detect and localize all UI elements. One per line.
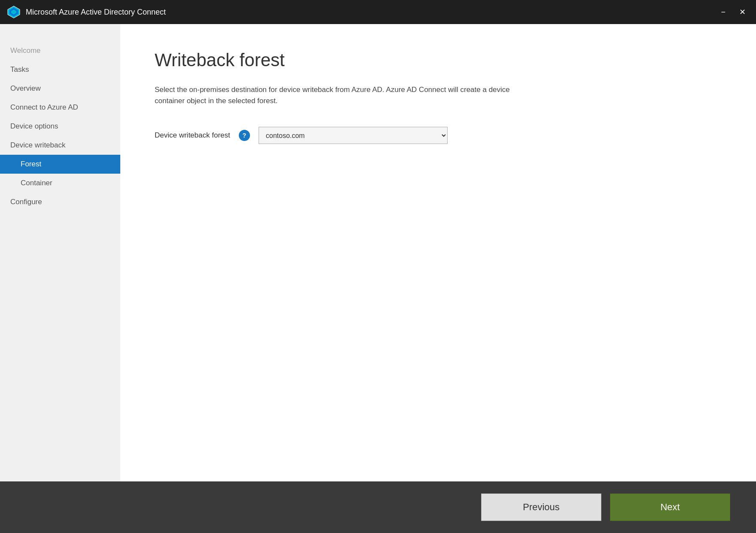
sidebar-item-configure[interactable]: Configure — [0, 193, 120, 211]
sidebar-item-welcome[interactable]: Welcome — [0, 41, 120, 60]
window-title: Microsoft Azure Active Directory Connect — [26, 8, 717, 17]
sidebar-item-device-writeback[interactable]: Device writeback — [0, 136, 120, 155]
sidebar-item-container[interactable]: Container — [0, 174, 120, 193]
sidebar: Welcome Tasks Overview Connect to Azure … — [0, 24, 120, 481]
main-content: Welcome Tasks Overview Connect to Azure … — [0, 24, 756, 481]
page-title: Writeback forest — [155, 50, 722, 70]
next-button[interactable]: Next — [610, 493, 730, 521]
sidebar-item-overview[interactable]: Overview — [0, 79, 120, 98]
previous-button[interactable]: Previous — [481, 493, 601, 521]
sidebar-item-device-options[interactable]: Device options — [0, 117, 120, 136]
sidebar-item-connect-azure-ad[interactable]: Connect to Azure AD — [0, 98, 120, 117]
page-description: Select the on-premises destination for d… — [155, 84, 524, 106]
close-button[interactable]: ✕ — [736, 6, 749, 18]
window-controls: − ✕ — [717, 6, 749, 18]
app-logo-icon — [7, 5, 21, 19]
main-panel: Writeback forest Select the on-premises … — [120, 24, 756, 481]
title-bar: Microsoft Azure Active Directory Connect… — [0, 0, 756, 24]
app-window: Microsoft Azure Active Directory Connect… — [0, 0, 756, 533]
minimize-button[interactable]: − — [717, 6, 729, 18]
forest-form-row: Device writeback forest ? contoso.com — [155, 127, 722, 144]
forest-select[interactable]: contoso.com — [259, 127, 448, 144]
help-icon[interactable]: ? — [239, 130, 250, 141]
forest-label: Device writeback forest — [155, 131, 230, 140]
sidebar-item-tasks[interactable]: Tasks — [0, 60, 120, 79]
sidebar-item-forest[interactable]: Forest — [0, 155, 120, 174]
footer: Previous Next — [0, 481, 756, 533]
window-body: Welcome Tasks Overview Connect to Azure … — [0, 24, 756, 533]
